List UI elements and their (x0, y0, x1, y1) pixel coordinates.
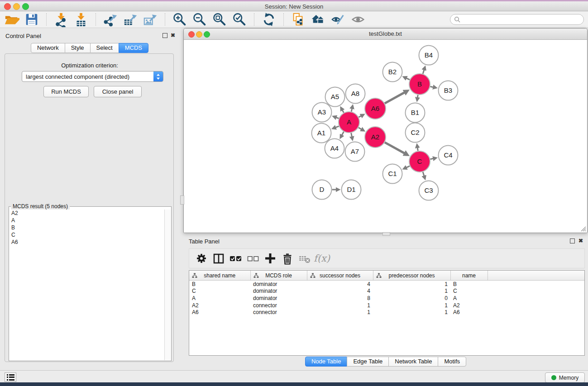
run-mcds-button[interactable]: Run MCDS (43, 86, 89, 97)
zoom-selected-icon (232, 12, 247, 27)
column-header-successor-nodes[interactable]: successor nodes (307, 271, 373, 281)
tab-node-table[interactable]: Node Table (305, 357, 348, 367)
node-table[interactable]: shared name MCDS role successor nodes pr… (189, 270, 585, 356)
split-view-button[interactable] (210, 250, 227, 267)
edge-A-A7[interactable] (351, 133, 352, 137)
edge-A6-B[interactable] (385, 92, 405, 103)
vertical-divider-handle[interactable] (180, 195, 184, 205)
memory-button[interactable]: Memory (545, 372, 585, 383)
tab-style[interactable]: Style (65, 43, 91, 53)
network-canvas[interactable]: B4B2BB3A8A5A6A3B1AA1C2A2A4A7C4CC1C3DD1 (184, 40, 587, 233)
column-header-name[interactable]: name (450, 271, 488, 281)
column-hierarchy-icon (192, 273, 197, 278)
export-network-icon (103, 12, 118, 27)
result-item-a6[interactable]: A6 (10, 238, 165, 246)
zoom-selected-button[interactable] (231, 12, 248, 27)
node-label-A: A (347, 118, 351, 126)
close-panel-icon[interactable]: ✖ (171, 32, 175, 38)
edge-C-C3[interactable] (423, 172, 424, 176)
edge-A-A4[interactable] (342, 132, 344, 135)
import-table-button[interactable] (72, 12, 90, 27)
table-row[interactable]: A6connector11A6 (189, 309, 584, 316)
edge-A2-C[interactable] (385, 143, 405, 153)
column-header-MCDS-role[interactable]: MCDS role (250, 271, 307, 281)
hide-eye-button[interactable] (330, 12, 347, 27)
export-table-button[interactable] (122, 12, 139, 27)
refresh-button[interactable] (260, 12, 277, 27)
table-cell: A (450, 295, 488, 302)
table-cell-filler (488, 295, 584, 302)
node-label-A1: A1 (317, 129, 325, 137)
result-item-c[interactable]: C (10, 231, 165, 238)
table-row[interactable]: Bdominator41B (189, 281, 584, 288)
edge-C-C2[interactable] (417, 148, 418, 151)
edge-A-A8[interactable] (351, 109, 352, 112)
mcds-result-box: MCDS result (5 nodes) A2ABCA6 (9, 206, 172, 361)
table-row[interactable]: Adominator80A (189, 295, 584, 302)
tab-mcds[interactable]: MCDS (119, 43, 148, 53)
show-eye-button[interactable] (349, 12, 367, 27)
search-box[interactable] (450, 14, 584, 25)
import-network-button[interactable] (53, 12, 70, 27)
optimization-criterion-label: Optimization criterion: (5, 62, 174, 69)
save-session-button[interactable] (23, 12, 40, 27)
tab-select[interactable]: Select (90, 43, 119, 53)
zoom-out-button[interactable] (191, 12, 208, 27)
edge-B-B4[interactable] (423, 70, 424, 74)
edge-A-A2[interactable] (359, 128, 362, 129)
tab-network[interactable]: Network (31, 43, 65, 53)
edge-B-B2[interactable] (406, 78, 410, 80)
result-item-a[interactable]: A (10, 217, 165, 224)
zoom-fit-button[interactable] (211, 12, 228, 27)
edge-B-B3[interactable] (430, 86, 433, 87)
result-item-b[interactable]: B (10, 224, 165, 231)
tab-motifs[interactable]: Motifs (438, 357, 466, 367)
search-input[interactable] (461, 16, 571, 23)
deselect-all-button[interactable] (245, 250, 261, 267)
split-view-icon (212, 252, 225, 265)
resize-grip-icon[interactable] (580, 225, 586, 232)
table-cell: A6 (189, 309, 250, 316)
home-button[interactable] (310, 12, 327, 27)
mcds-result-title: MCDS result (5 nodes) (11, 203, 70, 210)
tab-network-table[interactable]: Network Table (388, 357, 438, 367)
export-network-button[interactable] (102, 12, 119, 27)
edge-A-A5[interactable] (342, 110, 344, 113)
table-float-icon[interactable] (570, 238, 575, 245)
close-panel-button[interactable]: Close panel (94, 86, 142, 97)
export-image-button[interactable] (142, 12, 159, 27)
column-header-shared-name[interactable]: shared name (189, 271, 250, 281)
clone-network-button[interactable] (290, 12, 307, 27)
settings-button[interactable] (193, 250, 210, 267)
select-all-icon (229, 252, 243, 265)
delete-column-button[interactable] (279, 250, 296, 267)
mcds-result-list[interactable]: A2ABCA6 (10, 210, 165, 360)
zoom-in-button[interactable] (171, 12, 188, 27)
edge-A-A6[interactable] (359, 116, 361, 117)
table-row[interactable]: A2connector11A2 (189, 302, 584, 309)
edge-B-B1[interactable] (417, 95, 418, 98)
node-label-A5: A5 (331, 93, 339, 100)
table-row[interactable]: Cdominator41C (189, 288, 584, 295)
node-label-B2: B2 (388, 68, 397, 76)
result-item-a2[interactable]: A2 (10, 210, 165, 217)
edge-A-A3[interactable] (336, 118, 339, 119)
search-icon (454, 16, 461, 23)
criterion-dropdown[interactable]: largest connected component (directed) (22, 71, 163, 82)
tab-edge-table[interactable]: Edge Table (347, 357, 389, 367)
node-label-C1: C1 (388, 170, 397, 177)
add-column-button[interactable] (262, 250, 278, 267)
table-cell: dominator (250, 281, 307, 288)
column-header-predecessor-nodes[interactable]: predecessor nodes (373, 271, 450, 281)
edge-A-A1[interactable] (335, 126, 339, 128)
float-panel-icon[interactable] (163, 33, 167, 39)
result-scrollbar[interactable] (164, 210, 171, 360)
open-file-button[interactable] (3, 12, 20, 27)
task-history-button[interactable] (5, 372, 16, 382)
node-label-C2: C2 (411, 129, 419, 136)
edge-C-C1[interactable] (406, 166, 410, 168)
table-close-icon[interactable]: ✖ (578, 238, 583, 244)
edge-C-C4[interactable] (430, 158, 433, 159)
select-all-button[interactable] (228, 250, 244, 267)
table-cell: connector (250, 302, 307, 309)
